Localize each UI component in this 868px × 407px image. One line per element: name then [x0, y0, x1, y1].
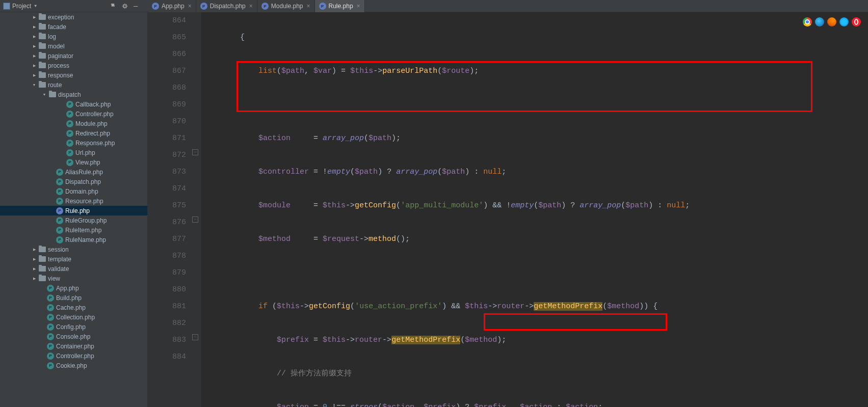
chrome-icon[interactable]	[803, 17, 812, 26]
tree-arrow-icon[interactable]	[42, 92, 47, 97]
close-icon[interactable]: ×	[357, 3, 360, 10]
php-icon	[66, 140, 73, 147]
tree-label: Container.php	[56, 343, 94, 350]
project-tree[interactable]: exceptionfacadelogmodelpaginatorprocessr…	[0, 12, 148, 407]
tree-arrow-icon[interactable]	[32, 15, 37, 20]
project-selector[interactable]: Project ▼ —	[0, 0, 148, 12]
editor-tab[interactable]: Rule.php×	[315, 0, 365, 12]
fold-marker[interactable]: −	[192, 216, 198, 223]
php-icon	[56, 169, 63, 176]
tree-item[interactable]: Callback.php	[0, 99, 147, 109]
firefox-icon[interactable]	[827, 17, 836, 26]
tree-arrow-icon[interactable]	[32, 24, 37, 30]
tree-item[interactable]: Console.php	[0, 332, 147, 341]
highlight-box-2	[484, 313, 667, 331]
fold-marker[interactable]: −	[192, 334, 198, 340]
tree-item[interactable]: Config.php	[0, 322, 147, 332]
gear-icon[interactable]	[121, 3, 128, 10]
tree-label: template	[48, 256, 71, 263]
project-label: Project	[12, 3, 31, 10]
tree-arrow-icon[interactable]	[32, 276, 37, 281]
tree-label: route	[48, 82, 62, 89]
tree-item[interactable]: Rule.php	[0, 206, 147, 215]
tree-arrow-icon[interactable]	[32, 63, 37, 68]
settings-icon[interactable]	[109, 3, 116, 10]
line-number: 883	[148, 332, 186, 348]
editor-tab[interactable]: Module.php×	[257, 0, 315, 12]
tree-item[interactable]: log	[0, 32, 147, 41]
tree-item[interactable]: exception	[0, 12, 147, 22]
tree-label: Rule.php	[65, 207, 90, 214]
gutter: 8648658668678688698708718728738748758768…	[148, 12, 201, 407]
tree-item[interactable]: View.php	[0, 157, 147, 167]
folder-icon	[39, 256, 46, 262]
tree-item[interactable]: Controller.php	[0, 351, 147, 361]
tree-item[interactable]: Cookie.php	[0, 361, 147, 370]
tree-item[interactable]: Redirect.php	[0, 128, 147, 138]
tree-label: Resource.php	[65, 198, 103, 205]
tree-item[interactable]: facade	[0, 22, 147, 32]
tree-item[interactable]: Resource.php	[0, 196, 147, 206]
tree-arrow-icon[interactable]	[32, 73, 37, 78]
editor-tab[interactable]: App.php×	[148, 0, 196, 12]
tree-arrow-icon[interactable]	[32, 44, 37, 49]
php-icon	[56, 198, 63, 205]
fold-marker[interactable]: −	[192, 149, 198, 155]
php-icon	[56, 188, 63, 195]
tree-item[interactable]: Collection.php	[0, 312, 147, 322]
tree-item[interactable]: model	[0, 41, 147, 51]
tree-item[interactable]: RuleGroup.php	[0, 215, 147, 225]
editor-tab[interactable]: Dispatch.php×	[196, 0, 257, 12]
tree-label: Redirect.php	[75, 130, 110, 137]
tree-arrow-icon[interactable]	[32, 257, 37, 262]
line-number: 871	[148, 130, 186, 147]
close-icon[interactable]: ×	[188, 3, 192, 10]
php-icon	[66, 130, 73, 137]
tree-item[interactable]: Domain.php	[0, 186, 147, 196]
tree-item[interactable]: Cache.php	[0, 303, 147, 312]
line-number: 878	[148, 248, 186, 264]
tree-item[interactable]: Response.php	[0, 138, 147, 148]
tree-item[interactable]: Build.php	[0, 293, 147, 303]
tree-item[interactable]: Module.php	[0, 119, 147, 128]
edge-icon[interactable]	[815, 17, 824, 26]
tree-item[interactable]: Dispatch.php	[0, 177, 147, 186]
tree-item[interactable]: App.php	[0, 283, 147, 293]
code-editor[interactable]: 8648658668678688698708718728738748758768…	[148, 12, 868, 407]
tree-item[interactable]: RuleName.php	[0, 235, 147, 245]
tree-arrow-icon[interactable]	[32, 53, 37, 59]
tree-item[interactable]: Container.php	[0, 341, 147, 351]
tree-arrow-icon[interactable]	[32, 83, 37, 88]
close-icon[interactable]: ×	[307, 3, 310, 10]
tree-item[interactable]: route	[0, 80, 147, 90]
tree-label: AliasRule.php	[65, 169, 103, 176]
collapse-icon[interactable]: —	[134, 3, 141, 10]
close-icon[interactable]: ×	[249, 3, 253, 10]
main-area: exceptionfacadelogmodelpaginatorprocessr…	[0, 12, 868, 407]
tree-arrow-icon[interactable]	[32, 34, 37, 39]
tree-item[interactable]: RuleItem.php	[0, 225, 147, 235]
tree-item[interactable]: response	[0, 70, 147, 80]
tree-item[interactable]: template	[0, 254, 147, 264]
tree-item[interactable]: AliasRule.php	[0, 167, 147, 177]
tree-item[interactable]: validate	[0, 264, 147, 274]
tree-item[interactable]: paginator	[0, 51, 147, 61]
php-icon	[47, 304, 54, 311]
code-line: list($path, $var) = $this->parseUrlPath(…	[203, 63, 868, 79]
tree-item[interactable]: dispatch	[0, 90, 147, 99]
tree-arrow-icon[interactable]	[32, 266, 37, 272]
chevron-down-icon: ▼	[34, 4, 37, 8]
tree-item[interactable]: view	[0, 274, 147, 283]
code-area[interactable]: { list($path, $var) = $this->parseUrlPat…	[201, 12, 868, 407]
line-number: 876	[148, 214, 186, 231]
tree-item[interactable]: Controller.php	[0, 109, 147, 119]
tree-label: view	[48, 275, 60, 282]
folder-icon	[39, 14, 46, 20]
safari-icon[interactable]	[839, 17, 849, 26]
tree-arrow-icon[interactable]	[32, 247, 37, 252]
line-number: 880	[148, 281, 186, 298]
tree-item[interactable]: process	[0, 61, 147, 70]
tree-item[interactable]: Url.php	[0, 148, 147, 157]
tree-item[interactable]: session	[0, 245, 147, 254]
opera-icon[interactable]	[852, 17, 861, 26]
